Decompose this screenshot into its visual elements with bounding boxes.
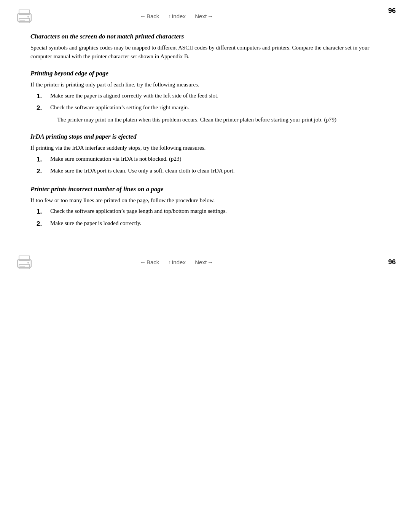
bottom-nav-bar: Back ↑ Index Next 96: [0, 249, 411, 275]
page-number-bottom: 96: [388, 258, 396, 266]
svg-rect-8: [19, 264, 30, 269]
section-lines-list: 1. Check the software application’s page…: [30, 207, 381, 228]
list-item: 1. Make sure the paper is aligned correc…: [30, 91, 381, 101]
index-link-bottom[interactable]: ↑ Index: [169, 259, 186, 265]
list-num-2: 2.: [37, 166, 50, 176]
printer-icon-bottom: [15, 253, 33, 271]
list-text-2: Make sure the paper is loaded correctly.: [50, 219, 381, 228]
list-num-1: 1.: [37, 207, 50, 217]
page: Back ↑ Index Next 96 Characters on the s…: [0, 0, 411, 532]
svg-rect-2: [19, 18, 30, 23]
nav-spacer-3: [162, 259, 165, 265]
section-irda-title: IrDA printing stops and paper is ejected: [30, 133, 381, 141]
up-arrow-icon-top: ↑: [169, 13, 171, 19]
section-irda-list: 1. Make sure communication via IrDA is n…: [30, 155, 381, 176]
section-characters-title: Characters on the screen do not match pr…: [30, 33, 381, 40]
list-num-1: 1.: [37, 155, 50, 165]
section-irda-intro: If printing via the IrDA interface sudde…: [30, 144, 381, 152]
list-num-2: 2.: [37, 219, 50, 229]
back-link-top[interactable]: Back: [140, 13, 159, 19]
svg-point-9: [27, 262, 29, 264]
section-printing-edge: Printing beyond edge of page If the prin…: [30, 70, 381, 124]
section-printing-edge-list: 1. Make sure the paper is aligned correc…: [30, 91, 381, 113]
section-lines: Printer prints incorrect number of lines…: [30, 185, 381, 229]
section-printing-edge-title: Printing beyond edge of page: [30, 70, 381, 77]
list-text-2: Make sure the IrDA port is clean. Use on…: [50, 166, 381, 175]
nav-spacer-2: [189, 13, 192, 19]
list-text-1: Check the software application’s page le…: [50, 207, 381, 216]
nav-links-top: Back ↑ Index Next: [140, 13, 213, 19]
list-item: 1. Make sure communication via IrDA is n…: [30, 155, 381, 165]
next-link-top[interactable]: Next: [195, 13, 213, 19]
nav-links-bottom: Back ↑ Index Next: [140, 259, 213, 265]
section-lines-intro: If too few or too many lines are printed…: [30, 196, 381, 205]
section-characters-intro: Special symbols and graphics codes may b…: [30, 43, 381, 61]
next-link-bottom[interactable]: Next: [195, 259, 213, 265]
list-num-1: 1.: [37, 91, 50, 101]
list-item: 2. Make sure the paper is loaded correct…: [30, 219, 381, 229]
back-link-bottom[interactable]: Back: [140, 259, 159, 265]
list-text-2: Check the software application’s setting…: [50, 103, 381, 112]
nav-spacer-4: [189, 259, 192, 265]
list-item: 2. Make sure the IrDA port is clean. Use…: [30, 166, 381, 176]
nav-spacer-1: [162, 13, 165, 19]
printer-icon: [15, 7, 33, 25]
svg-point-3: [27, 16, 29, 18]
page-number-top: 96: [388, 7, 396, 15]
list-text-1: Make sure the paper is aligned correctly…: [50, 91, 381, 100]
section-printing-edge-intro: If the printer is printing only part of …: [30, 80, 381, 89]
section-printing-edge-note: The printer may print on the platen when…: [57, 115, 381, 124]
index-link-top[interactable]: ↑ Index: [169, 13, 186, 19]
section-characters: Characters on the screen do not match pr…: [30, 33, 381, 61]
main-content: Characters on the screen do not match pr…: [0, 29, 411, 245]
list-text-1: Make sure communication via IrDA is not …: [50, 155, 381, 163]
up-arrow-icon-bottom: ↑: [169, 259, 171, 265]
list-num-2: 2.: [37, 103, 50, 113]
section-lines-title: Printer prints incorrect number of lines…: [30, 185, 381, 193]
top-nav-bar: Back ↑ Index Next 96: [0, 0, 411, 29]
list-item: 1. Check the software application’s page…: [30, 207, 381, 217]
list-item: 2. Check the software application’s sett…: [30, 103, 381, 113]
section-irda: IrDA printing stops and paper is ejected…: [30, 133, 381, 176]
